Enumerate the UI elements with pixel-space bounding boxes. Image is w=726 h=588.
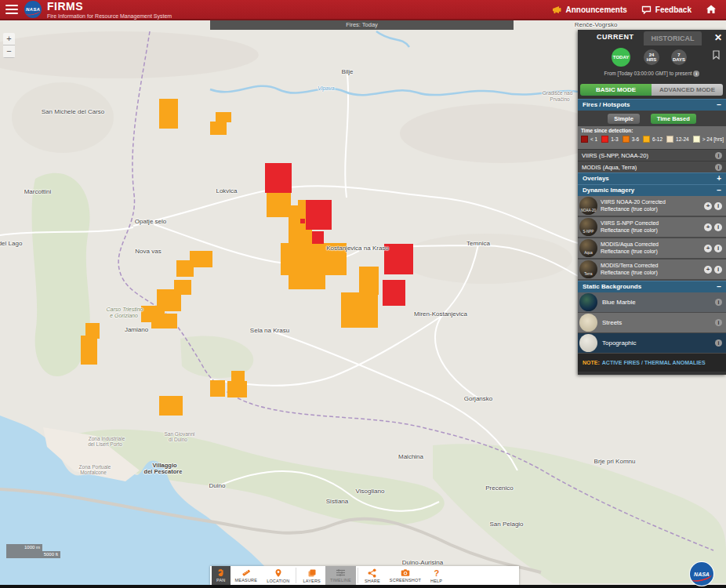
map-label: Prvačino [550,96,569,102]
info-icon[interactable]: i [714,202,722,210]
legend-swatch [581,136,588,143]
section-overlays[interactable]: Overlays + [578,172,726,184]
time-based-button[interactable]: Time Based [651,114,696,124]
source-viirs[interactable]: VIIRS (S-NPP, NOAA-20) i [578,149,726,161]
section-static-backgrounds[interactable]: Static Backgrounds − [578,281,726,292]
globe-thumbnail: Terra [579,260,597,278]
add-layer-icon[interactable]: + [704,223,712,231]
info-icon[interactable]: i [714,223,722,231]
info-icon[interactable]: i [715,152,722,159]
fire-style-toggle: Simple Time Based [578,111,726,126]
collapse-icon[interactable]: − [717,281,721,292]
basic-mode-button[interactable]: BASIC MODE [580,84,652,96]
map-label: Duino-Aurisina [402,559,443,566]
legend-label: 1-3 [611,136,618,142]
map-label: Marcottini [24,188,52,195]
add-layer-icon[interactable]: + [704,202,712,210]
tab-historical[interactable]: HISTORICAL [644,31,702,45]
timeline-button: TIMELINE [325,566,356,585]
layers-button[interactable]: LAYERS [298,566,325,585]
imagery-row-noaa20[interactable]: NOAA-20 VIIRS NOAA-20 CorrectedReflectan… [578,196,726,217]
share-icon [368,568,376,578]
map-label: Carso Triestino [107,307,143,312]
time-legend: Time since detection: < 11-33-66-1212-24… [578,126,726,149]
pan-button[interactable]: PAN [212,566,231,585]
camera-icon [401,568,410,577]
background-topographic[interactable]: Topographic i [578,333,726,354]
home-icon[interactable] [706,5,717,14]
24hrs-button[interactable]: 24HRS [644,49,659,65]
imagery-row-snpp[interactable]: S-NPP VIIRS S-NPP CorrectedReflectance (… [578,217,726,238]
zoom-out-button[interactable]: − [3,45,15,58]
app-header: NASA FIRMS Fire Information for Resource… [0,0,726,20]
share-button[interactable]: SHARE [360,566,385,585]
layers-panel: CURRENT HISTORICAL ✕ TODAY 24HRS 7DAYS F… [578,30,726,375]
menu-icon[interactable] [5,2,18,16]
legend-swatch [693,136,700,143]
bottom-strip [0,585,726,588]
map-label: Precenico [485,485,514,492]
info-icon[interactable]: i [715,299,722,306]
map-label: del Lago [0,240,22,247]
legend-label: < 1 [590,136,597,142]
simple-button[interactable]: Simple [608,114,640,124]
tab-current[interactable]: CURRENT [597,33,634,41]
map-label: Zona Industriale [89,436,125,441]
location-pin-icon [274,568,282,578]
zoom-in-button[interactable]: + [3,33,15,45]
map-label: Renče-Vogrsko [575,21,618,28]
active-fires-link[interactable]: ACTIVE FIRES / THERMAL ANOMALIES [602,360,706,365]
announcements-link[interactable]: Announcements [552,5,627,14]
feedback-bubble-icon [641,5,652,14]
today-button[interactable]: TODAY [612,48,630,67]
section-fires-hotspots[interactable]: Fires / Hotspots − [578,99,726,111]
map-label: Monfalcone [80,470,107,475]
legend-title: Time since detection: [581,128,723,133]
7days-button[interactable]: 7DAYS [671,49,687,65]
map-label: Miren-Kostanjevica [414,310,467,318]
location-button[interactable]: LOCATION [262,566,294,585]
background-blue-marble[interactable]: Blue Marble i [578,292,726,313]
add-layer-icon[interactable]: + [704,266,712,274]
map-label: Gradišče nad [543,90,573,96]
zoom-control: + − [3,33,15,58]
ruler-icon [241,568,251,577]
info-icon[interactable]: i [715,164,722,171]
date-range-text: From [Today 03:00:00 GMT] to present i [578,71,726,77]
add-layer-icon[interactable]: + [704,245,712,252]
imagery-row-terra[interactable]: Terra MODIS/Terra CorrectedReflectance (… [578,260,726,281]
collapse-icon[interactable]: − [717,100,721,111]
info-icon[interactable]: i [715,339,722,347]
fires-today-banner: Fires: Today [210,20,514,30]
question-icon: ? [433,568,441,578]
info-icon[interactable]: i [714,266,722,274]
section-dynamic-imagery[interactable]: Dynamic Imagery − [578,184,726,196]
imagery-row-aqua[interactable]: Aqua MODIS/Aqua CorrectedReflectance (tr… [578,238,726,260]
info-icon[interactable]: i [715,319,722,326]
expand-icon[interactable]: + [717,173,721,184]
source-modis[interactable]: MODIS (Aqua, Terra) i [578,161,726,172]
feedback-link[interactable]: Feedback [641,5,692,14]
legend-swatch [666,136,673,143]
scale-bar: 1000 m 5000 ft [6,544,60,558]
map-label: Malchina [398,453,423,460]
legend-swatch [601,136,608,143]
advanced-mode-button[interactable]: ADVANCED MODE [652,84,723,96]
close-icon[interactable]: ✕ [714,32,722,43]
info-icon[interactable]: i [693,71,699,77]
nasa-logo[interactable]: NASA [24,1,42,18]
screenshot-button[interactable]: SCREENSHOT [385,566,426,585]
map-label: Bilje [341,68,353,75]
note-bar: NOTE: ACTIVE FIRES / THERMAL ANOMALIES [578,354,726,372]
layers-icon [307,568,317,578]
nasa-badge[interactable]: NASA [690,562,713,586]
globe-thumbnail: Aqua [579,239,597,257]
measure-button[interactable]: MEASURE [231,566,263,585]
toolbar-divider [358,568,358,583]
background-streets[interactable]: Streets i [578,313,726,333]
help-button[interactable]: ? HELP [426,566,447,585]
globe-thumbnail [579,334,597,352]
bookmark-icon[interactable] [713,49,720,63]
info-icon[interactable]: i [714,245,722,252]
collapse-icon[interactable]: − [717,185,721,196]
